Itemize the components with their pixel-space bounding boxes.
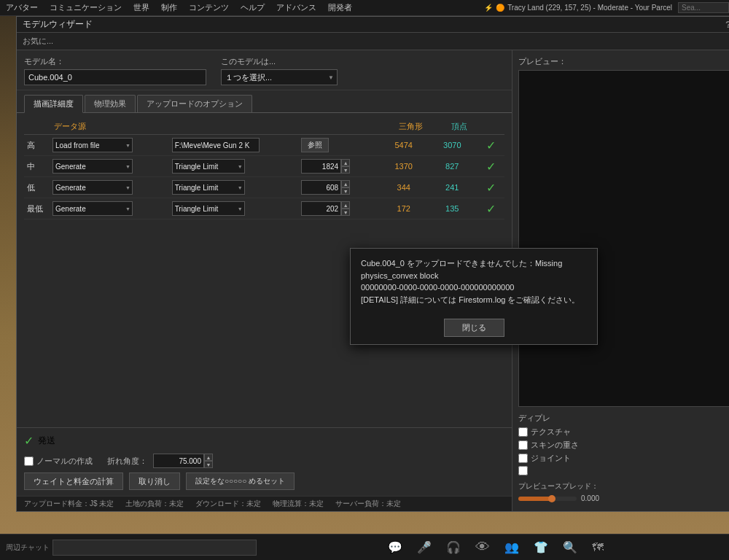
menu-contents[interactable]: コンテンツ bbox=[183, 1, 235, 15]
filepath-input-high[interactable] bbox=[172, 138, 260, 152]
model-type-select[interactable]: １つを選択... bbox=[221, 69, 338, 85]
menu-create[interactable]: 制作 bbox=[155, 1, 183, 15]
spin-down-mid[interactable]: ▼ bbox=[341, 166, 350, 174]
value-input-low[interactable] bbox=[301, 180, 341, 195]
send-check-icon: ✓ bbox=[24, 434, 34, 448]
limit-dropdown-low[interactable]: Triangle Limit bbox=[172, 180, 245, 195]
option-physics-label: テクスチャ bbox=[518, 427, 729, 438]
settings-button[interactable]: 設定をな○○○○○ めるセット bbox=[186, 472, 295, 490]
slider-thumb bbox=[548, 495, 555, 502]
fold-value-input[interactable] bbox=[153, 454, 204, 468]
tab-lod[interactable]: 描画詳細度 bbox=[24, 95, 83, 113]
spin-up-mid[interactable]: ▲ bbox=[341, 159, 350, 166]
lod-table: データ源 三角形 頂点 高 bbox=[24, 119, 504, 219]
chat-area: 周辺チャット bbox=[0, 540, 262, 556]
lod-level-high: 高 bbox=[24, 135, 50, 156]
value-input-lowest[interactable] bbox=[301, 201, 341, 216]
send-row: ✓ 発送 bbox=[24, 434, 504, 448]
status-download: ダウンロード：未定 bbox=[195, 499, 261, 509]
table-row: 低 Generate bbox=[24, 177, 504, 198]
search-icon[interactable]: 🔍 bbox=[563, 540, 577, 554]
wizard-title: モデルウィザード bbox=[23, 18, 93, 31]
lod-vertices-low: 241 bbox=[434, 177, 483, 198]
slider-label: プレビュースプレッド： bbox=[518, 481, 599, 491]
option-joint-checkbox[interactable] bbox=[518, 466, 528, 475]
tab-physics[interactable]: 物理効果 bbox=[85, 95, 136, 112]
limit-dropdown-low-wrapper: Triangle Limit bbox=[172, 180, 245, 195]
cancel-button[interactable]: 取り消し bbox=[129, 472, 180, 490]
lod-vertices-high: 3070 bbox=[434, 135, 483, 156]
model-name-input[interactable] bbox=[24, 69, 206, 85]
menu-advance[interactable]: アドバンス bbox=[270, 1, 322, 15]
search-input[interactable] bbox=[678, 2, 729, 13]
headphones-icon[interactable]: 🎧 bbox=[446, 540, 461, 554]
limit-dropdown-mid[interactable]: Triangle Limit bbox=[172, 159, 245, 174]
menu-world[interactable]: 世界 bbox=[128, 1, 155, 15]
mic-icon[interactable]: 🎤 bbox=[417, 540, 432, 554]
bottom-controls: ✓ 発送 ノーマルの作成 折れ角度： ▲ ▼ bbox=[17, 427, 512, 496]
help-button[interactable]: ? bbox=[725, 19, 729, 30]
chat-label: 周辺チャット bbox=[6, 542, 50, 553]
source-dropdown-low-wrapper: Generate bbox=[52, 180, 133, 195]
lod-filepath-high bbox=[169, 135, 298, 156]
status-physics: 物理流算：未定 bbox=[273, 499, 324, 509]
menu-avatar[interactable]: アバター bbox=[0, 1, 44, 15]
option-physics-checkbox[interactable] bbox=[518, 427, 528, 437]
source-dropdown-high[interactable]: Load from file bbox=[52, 138, 133, 152]
close-dialog-button[interactable]: 閉じる bbox=[444, 319, 504, 337]
lod-value-lowest: ▲ ▼ bbox=[298, 198, 374, 219]
map-icon[interactable]: 🗺 bbox=[592, 541, 604, 554]
preview-area bbox=[518, 70, 729, 407]
source-dropdown-high-wrapper: Load from file bbox=[52, 138, 133, 152]
ref-button-high[interactable]: 参照 bbox=[301, 138, 329, 152]
bottom-buttons: ウェイトと料金の計算 取り消し 設定をな○○○○○ めるセット bbox=[24, 472, 504, 490]
fold-spinner-buttons: ▲ ▼ bbox=[204, 454, 213, 468]
shirt-icon[interactable]: 👕 bbox=[534, 540, 548, 554]
lod-triangles-low: 344 bbox=[386, 177, 435, 198]
fold-row: 折れ角度： ▲ ▼ bbox=[107, 454, 213, 468]
normal-checkbox[interactable] bbox=[24, 456, 34, 466]
spin-down-lowest[interactable]: ▼ bbox=[341, 209, 350, 216]
menu-communication[interactable]: コミュニケーション bbox=[44, 1, 128, 15]
col-datasource: データ源 bbox=[50, 119, 169, 135]
spin-up-lowest[interactable]: ▲ bbox=[341, 201, 350, 209]
bottom-taskbar: 周辺チャット 💬 🎤 🎧 👁 👥 👕 🔍 🗺 bbox=[0, 534, 729, 560]
slider-track[interactable] bbox=[518, 497, 577, 501]
source-dropdown-low[interactable]: Generate bbox=[52, 180, 133, 195]
spin-down-low[interactable]: ▼ bbox=[341, 187, 350, 195]
source-dropdown-lowest[interactable]: Generate bbox=[52, 201, 133, 216]
fold-spin-down[interactable]: ▼ bbox=[204, 461, 213, 468]
lod-limit-mid: Triangle Limit bbox=[169, 156, 298, 177]
eye-icon[interactable]: 👁 bbox=[475, 539, 490, 556]
spinner-buttons-low: ▲ ▼ bbox=[341, 180, 350, 195]
source-dropdown-mid[interactable]: Generate bbox=[52, 159, 133, 174]
table-row: 高 Load from file bbox=[24, 135, 504, 156]
option-texture-label: スキンの重さ bbox=[518, 440, 729, 451]
chat-input[interactable] bbox=[52, 540, 257, 556]
option-texture-checkbox[interactable] bbox=[518, 440, 528, 450]
people-icon[interactable]: 👥 bbox=[504, 540, 519, 554]
menu-developer[interactable]: 開発者 bbox=[322, 1, 358, 15]
chat-icon[interactable]: 💬 bbox=[388, 540, 402, 554]
limit-dropdown-lowest-wrapper: Triangle Limit bbox=[172, 201, 245, 216]
calculate-button[interactable]: ウェイトと料金の計算 bbox=[24, 472, 123, 490]
option-skin-checkbox[interactable] bbox=[518, 454, 528, 463]
col-triangles: 三角形 bbox=[386, 119, 435, 135]
tab-upload-options[interactable]: アップロードのオプション bbox=[137, 95, 252, 112]
lod-level-low: 低 bbox=[24, 177, 50, 198]
table-row: 最低 Generate bbox=[24, 198, 504, 219]
lod-source-mid: Generate bbox=[50, 156, 169, 177]
limit-dropdown-lowest[interactable]: Triangle Limit bbox=[172, 201, 245, 216]
lod-limit-lowest: Triangle Limit bbox=[169, 198, 298, 219]
fold-label: 折れ角度： bbox=[107, 456, 147, 467]
model-row: モデル名： このモデルは... １つを選択... bbox=[17, 50, 512, 90]
menu-help[interactable]: ヘルプ bbox=[235, 1, 270, 15]
spin-up-low[interactable]: ▲ bbox=[341, 180, 350, 187]
fold-spin-up[interactable]: ▲ bbox=[204, 454, 213, 461]
table-row: 中 Generate bbox=[24, 156, 504, 177]
lod-ref-high: 参照 bbox=[298, 135, 374, 156]
lod-check-mid: ✓ bbox=[483, 156, 504, 177]
value-input-mid[interactable] bbox=[301, 159, 341, 174]
normal-row: ノーマルの作成 折れ角度： ▲ ▼ bbox=[24, 454, 504, 468]
top-menubar: アバター コミュニケーション 世界 制作 コンテンツ ヘルプ アドバンス 開発者… bbox=[0, 0, 729, 16]
